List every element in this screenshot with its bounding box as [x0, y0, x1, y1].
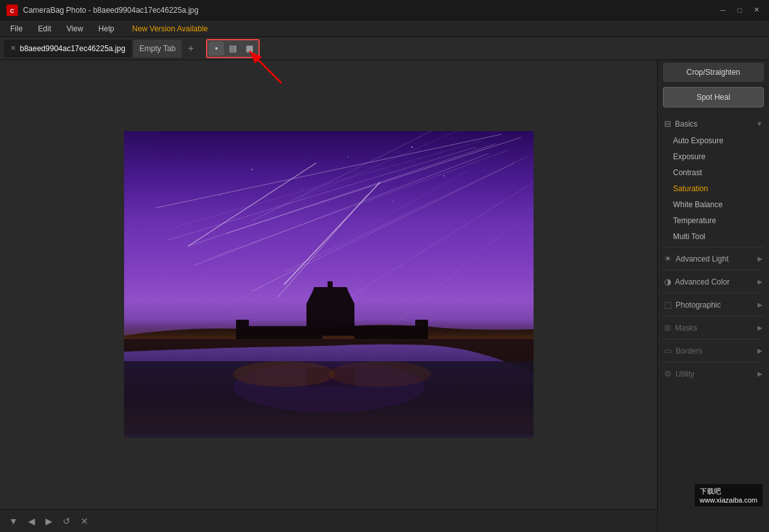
advanced-color-header[interactable]: ◑ Advanced Color ▶ [658, 273, 769, 290]
view-mode-compare[interactable]: ▤ [225, 42, 241, 56]
menu-edit[interactable]: Edit [31, 23, 58, 35]
masks-label: Masks [675, 324, 697, 332]
advanced-light-arrow: ▶ [757, 255, 763, 262]
svg-line-24 [329, 182, 534, 310]
divider-2 [663, 270, 764, 270]
tab-close-icon[interactable]: ✕ [10, 44, 16, 52]
svg-line-8 [252, 163, 514, 291]
nav-close-button[interactable]: ✕ [78, 513, 91, 529]
svg-line-12 [220, 169, 470, 310]
svg-point-21 [443, 175, 445, 176]
advanced-color-label: Advanced Color [675, 278, 729, 286]
borders-icon: ▭ [664, 346, 672, 356]
svg-rect-34 [239, 326, 322, 339]
svg-line-26 [252, 131, 431, 221]
nav-next-button[interactable]: ▶ [43, 513, 55, 529]
svg-rect-33 [328, 281, 333, 289]
svg-rect-28 [124, 320, 534, 339]
exposure-item[interactable]: Exposure [660, 149, 766, 164]
divider-6 [663, 362, 764, 363]
svg-point-19 [411, 146, 413, 148]
main-layout: ▼ ◀ ▶ ↺ ✕ Adjustments Presets Crop/Strai… [0, 60, 769, 532]
masks-icon: ⊞ [664, 323, 671, 332]
masks-arrow: ▶ [757, 324, 763, 331]
svg-rect-36 [236, 320, 249, 339]
svg-line-9 [156, 134, 502, 208]
menu-bar: File Edit View Help New Version Availabl… [0, 20, 769, 37]
borders-label: Borders [676, 347, 702, 356]
right-panel: Adjustments Presets Crop/Straighten Spot… [657, 60, 769, 532]
svg-point-23 [392, 201, 393, 202]
star-trails-overlay [124, 131, 534, 438]
divider-3 [663, 293, 764, 293]
saturation-item[interactable]: Saturation [660, 181, 766, 196]
tab-image[interactable]: ✕ b8aeed9904ac17ec46225a.jpg [4, 40, 132, 58]
utility-arrow: ▶ [757, 370, 763, 377]
temperature-item[interactable]: Temperature [660, 213, 766, 228]
multi-tool-item[interactable]: Multi Tool [660, 229, 766, 244]
tab-bar: ✕ b8aeed9904ac17ec46225a.jpg Empty Tab +… [0, 37, 769, 60]
svg-line-5 [207, 150, 508, 259]
svg-rect-38 [124, 361, 534, 438]
menu-view[interactable]: View [60, 23, 90, 35]
window-controls: ─ □ ✕ [717, 4, 763, 17]
view-mode-grid[interactable]: ▦ [242, 42, 257, 56]
nav-refresh-button[interactable]: ↺ [60, 513, 73, 529]
minimize-button[interactable]: ─ [717, 4, 729, 17]
svg-point-41 [233, 361, 425, 412]
new-version-available[interactable]: New Version Available [126, 23, 215, 35]
menu-file[interactable]: File [4, 23, 29, 35]
svg-rect-39 [306, 368, 354, 387]
svg-point-43 [329, 361, 431, 387]
divider-5 [663, 339, 764, 340]
svg-marker-31 [310, 291, 351, 297]
advanced-color-icon: ◑ [664, 277, 671, 286]
svg-point-42 [233, 361, 335, 387]
image-container[interactable] [0, 60, 657, 509]
photographic-label: Photographic [676, 301, 721, 309]
crop-straighten-button[interactable]: Crop/Straighten [663, 63, 764, 82]
title-bar: C CameraBag Photo - b8aeed9904ac17ec4622… [0, 0, 769, 20]
view-mode-buttons: ▪ ▤ ▦ [206, 39, 260, 58]
utility-icon: ⚙ [664, 369, 672, 379]
main-image [124, 131, 534, 438]
tab-empty[interactable]: Empty Tab [133, 40, 182, 58]
svg-marker-32 [313, 287, 348, 291]
photographic-header[interactable]: ⬚ Photographic ▶ [658, 296, 769, 313]
close-button[interactable]: ✕ [750, 4, 763, 17]
borders-arrow: ▶ [757, 347, 763, 354]
svg-line-10 [284, 157, 527, 272]
basics-items: Auto Exposure Exposure Contrast Saturati… [658, 133, 769, 244]
svg-line-11 [169, 147, 476, 240]
menu-help[interactable]: Help [92, 23, 121, 35]
advanced-light-label: Advanced Light [676, 254, 729, 263]
svg-rect-29 [306, 304, 354, 336]
svg-rect-35 [354, 326, 425, 339]
spot-heal-button[interactable]: Spot Heal [663, 87, 764, 107]
utility-header: ⚙ Utility ▶ [658, 365, 769, 382]
tab-add-button[interactable]: + [183, 41, 198, 56]
svg-marker-30 [306, 297, 354, 304]
view-mode-single[interactable]: ▪ [209, 42, 224, 56]
basics-section-header[interactable]: ⊟ Basics ▼ [658, 115, 769, 132]
svg-rect-37 [415, 320, 428, 339]
svg-line-25 [380, 208, 534, 336]
nav-down-button[interactable]: ▼ [6, 513, 20, 529]
photographic-arrow: ▶ [757, 301, 763, 308]
contrast-item[interactable]: Contrast [660, 165, 766, 180]
svg-line-6 [226, 137, 521, 233]
auto-exposure-item[interactable]: Auto Exposure [660, 133, 766, 148]
white-balance-item[interactable]: White Balance [660, 197, 766, 212]
bottom-toolbar: ▼ ◀ ▶ ↺ ✕ [0, 509, 657, 532]
nav-prev-button[interactable]: ◀ [26, 513, 38, 529]
svg-point-17 [251, 169, 253, 170]
maximize-button[interactable]: □ [733, 4, 746, 17]
svg-point-18 [347, 156, 349, 157]
app-icon: C [6, 4, 18, 16]
borders-header: ▭ Borders ▶ [658, 342, 769, 359]
utility-label: Utility [676, 370, 694, 379]
svg-line-4 [188, 144, 495, 246]
advanced-color-arrow: ▶ [757, 278, 763, 285]
advanced-light-header[interactable]: ☀ Advanced Light ▶ [658, 250, 769, 267]
svg-point-22 [303, 188, 303, 189]
